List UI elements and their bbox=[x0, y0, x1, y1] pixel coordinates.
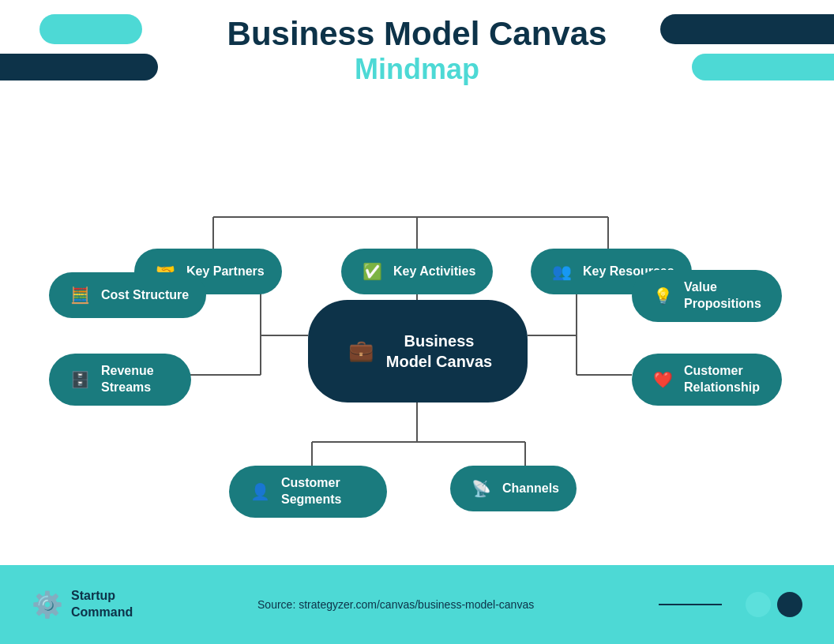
center-label: Business Model Canvas bbox=[386, 331, 492, 372]
footer-logo-text: Startup Command bbox=[71, 588, 133, 621]
footer-line bbox=[659, 604, 722, 605]
center-node: 💼 Business Model Canvas bbox=[308, 300, 528, 402]
center-icon: 💼 bbox=[344, 334, 378, 369]
footer-source-text: Source: strategyzer.com/canvas/business-… bbox=[156, 598, 635, 611]
value-propositions-label: Value Propositions bbox=[684, 279, 761, 313]
page-header: Business Model Canvas Mindmap bbox=[0, 16, 834, 86]
channels-node: 📡 Channels bbox=[450, 466, 577, 511]
key-partners-label: Key Partners bbox=[186, 264, 265, 279]
key-activities-label: Key Activities bbox=[393, 264, 475, 279]
channels-label: Channels bbox=[502, 481, 559, 496]
footer: ⚙️ Startup Command Source: strategyzer.c… bbox=[0, 565, 834, 644]
cost-structure-node: 🧮 Cost Structure bbox=[49, 272, 206, 318]
key-activities-node: ✅ Key Activities bbox=[341, 249, 493, 294]
canvas-area: 💼 Business Model Canvas 🤝 Key Partners ✅… bbox=[0, 134, 834, 560]
footer-dot-dark bbox=[777, 592, 802, 617]
heart-icon: ❤️ bbox=[649, 366, 676, 393]
revenue-streams-label: Revenue Streams bbox=[101, 363, 154, 396]
customer-segments-node: 👤 Customer Segments bbox=[229, 466, 387, 518]
customer-segments-label: Customer Segments bbox=[281, 475, 341, 508]
page-title-line1: Business Model Canvas bbox=[0, 16, 834, 52]
page-title-line2: Mindmap bbox=[0, 52, 834, 86]
stack-icon: 🗄️ bbox=[66, 366, 93, 393]
footer-logo: ⚙️ Startup Command bbox=[32, 588, 133, 621]
bulb-icon: 💡 bbox=[649, 283, 676, 309]
person-icon: 👤 bbox=[246, 478, 273, 505]
footer-dot-teal bbox=[746, 592, 771, 617]
logo-icon: ⚙️ bbox=[32, 590, 63, 620]
customer-relationship-node: ❤️ Customer Relationship bbox=[632, 354, 782, 406]
value-propositions-node: 💡 Value Propositions bbox=[632, 270, 782, 322]
check-icon: ✅ bbox=[359, 258, 385, 285]
cost-structure-label: Cost Structure bbox=[101, 288, 189, 302]
revenue-streams-node: 🗄️ Revenue Streams bbox=[49, 354, 191, 406]
calculator-icon: 🧮 bbox=[66, 282, 93, 309]
broadcast-icon: 📡 bbox=[468, 475, 494, 502]
footer-dots bbox=[746, 592, 802, 617]
customer-relationship-label: Customer Relationship bbox=[684, 363, 760, 396]
people-icon: 👥 bbox=[548, 258, 575, 285]
